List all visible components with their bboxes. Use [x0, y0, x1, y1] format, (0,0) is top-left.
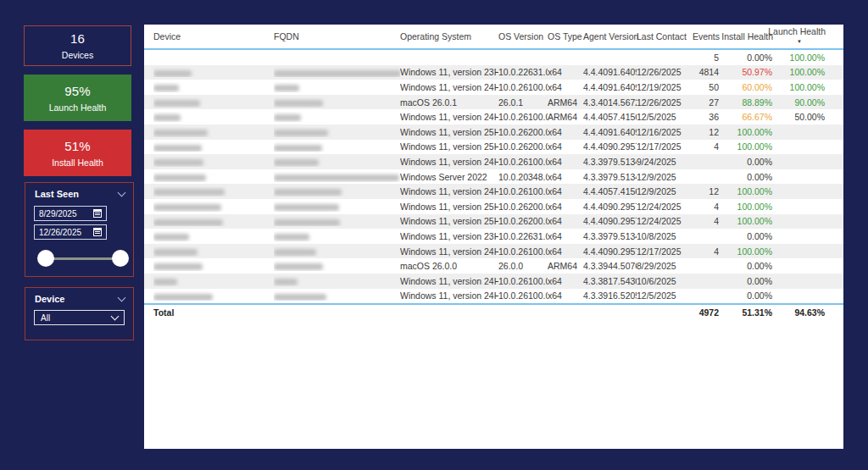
column-header-os-type[interactable]: OS Type: [548, 31, 583, 41]
redacted-text: [153, 279, 177, 285]
redacted-text: [153, 204, 221, 211]
column-header-device[interactable]: Device: [153, 31, 274, 41]
redacted-text: [274, 189, 342, 196]
chevron-down-icon: [111, 312, 120, 321]
table-row[interactable]: Windows 11, version 24H210.0.26100.0x644…: [144, 289, 843, 304]
operating-system-cell: Windows 11, version 23H2: [400, 67, 498, 77]
redacted-text: [274, 114, 301, 121]
last-contact-cell: 12/26/2025: [637, 67, 687, 77]
agent-version-cell: 4.3.3979.5134: [583, 231, 637, 241]
device-dropdown[interactable]: All: [34, 310, 125, 325]
devices-kpi-card[interactable]: 16 Devices: [24, 25, 131, 66]
redacted-text: [153, 263, 203, 270]
end-date-input[interactable]: 12/26/2025: [34, 224, 107, 240]
last-contact-cell: 10/6/2025: [637, 276, 687, 286]
redacted-text: [153, 174, 206, 181]
device-cell: [153, 290, 274, 301]
table-row[interactable]: Windows 11, version 24H210.0.26100.0ARM6…: [144, 109, 843, 124]
column-header-last-contact[interactable]: Last Contact: [637, 31, 687, 41]
os-version-cell: 10.0.20348.0: [498, 172, 548, 182]
events-cell: 27: [687, 97, 720, 108]
install-health-cell: 50.97%: [720, 67, 773, 77]
agent-version-cell: 4.4.4057.4156: [583, 186, 637, 196]
column-header-operating-system[interactable]: Operating System: [400, 31, 498, 41]
install-health-cell: 100.00%: [720, 246, 773, 257]
sort-descending-icon: ▼: [797, 37, 802, 47]
table-row[interactable]: macOS 26.0.026.0.0ARM644.3.3944.50768/29…: [144, 258, 843, 274]
last-contact-cell: 12/9/2025: [637, 172, 687, 182]
install-health-cell: 0.00%: [720, 231, 773, 241]
table-row[interactable]: Windows 11, version 23H210.0.22631.0x644…: [144, 65, 843, 80]
table-row[interactable]: Windows 11, version 24H210.0.26100.0x644…: [144, 244, 843, 259]
table-row[interactable]: Windows 11, version 25H210.0.26200.0x644…: [144, 140, 843, 155]
fqdn-cell: [274, 112, 400, 122]
devices-label: Devices: [62, 50, 93, 60]
table-row[interactable]: Windows Server 202210.0.20348.0x644.3.39…: [144, 169, 843, 185]
agent-version-cell: 4.3.3817.5430: [583, 276, 637, 286]
table-row[interactable]: Windows 11, version 25H210.0.26200.0x644…: [144, 214, 843, 229]
operating-system-cell: Windows 11, version 24H2: [400, 157, 498, 167]
table-row[interactable]: Windows 11, version 23H210.0.22631.0x644…: [144, 229, 843, 244]
device-cell: [153, 172, 274, 182]
table-row[interactable]: Windows 11, version 25H210.0.26200.0x644…: [144, 199, 843, 214]
operating-system-cell: Windows 11, version 25H2: [400, 202, 498, 212]
launch-health-label: Launch Health: [49, 102, 107, 113]
last-contact-cell: 12/5/2025: [637, 112, 687, 122]
redacted-text: [274, 159, 319, 166]
start-date-input[interactable]: 8/29/2025: [34, 206, 107, 221]
operating-system-cell: Windows 11, version 25H2: [400, 216, 498, 226]
table-row[interactable]: 50.00%100.00%: [144, 50, 843, 65]
redacted-text: [274, 204, 339, 211]
column-header-launch-health[interactable]: Launch Health▼: [773, 27, 826, 47]
table-row[interactable]: Windows 11, version 24H210.0.26100.0x644…: [144, 154, 843, 169]
events-cell: 4: [687, 246, 720, 257]
table-rows: 50.00%100.00%Windows 11, version 23H210.…: [144, 50, 843, 303]
fqdn-cell: [274, 276, 400, 286]
os-version-cell: 10.0.26200.0: [498, 216, 548, 226]
table-row[interactable]: macOS 26.0.126.0.1ARM644.3.4014.567212/2…: [144, 95, 843, 110]
events-cell: 4: [687, 216, 720, 226]
install-health-cell: 100.00%: [720, 127, 773, 137]
table-row[interactable]: Windows 11, version 24H210.0.26100.0x644…: [144, 80, 843, 95]
last-seen-slicer: Last Seen 8/29/2025 12/26/2025: [25, 182, 134, 277]
table-row[interactable]: Windows 11, version 24H210.0.26100.0x644…: [144, 274, 843, 289]
chevron-down-icon[interactable]: [118, 189, 126, 197]
device-dropdown-value: All: [41, 313, 50, 323]
column-header-fqdn[interactable]: FQDN: [274, 31, 400, 41]
last-contact-cell: 10/8/2025: [637, 231, 687, 241]
events-cell: 5: [687, 53, 720, 63]
redacted-text: [274, 174, 399, 181]
device-cell: [153, 216, 274, 226]
install-health-kpi-card[interactable]: 51% Install Health: [24, 130, 131, 176]
device-cell: [153, 202, 274, 212]
os-type-cell: x64: [548, 82, 583, 92]
calendar-icon[interactable]: [93, 209, 102, 218]
events-cell: 12: [687, 127, 720, 137]
fqdn-cell: [274, 216, 400, 226]
install-health-cell: 0.00%: [720, 157, 773, 167]
launch-health-kpi-card[interactable]: 95% Launch Health: [24, 75, 131, 121]
os-type-cell: x64: [548, 231, 583, 241]
column-header-events[interactable]: Events: [687, 31, 720, 41]
agent-version-cell: 4.4.4090.2957: [583, 246, 637, 257]
column-header-os-version[interactable]: OS Version: [498, 31, 548, 41]
table-row[interactable]: Windows 11, version 25H210.0.26200.0x644…: [144, 124, 843, 140]
column-header-agent-version[interactable]: Agent Version: [583, 31, 637, 41]
slider-handle-end[interactable]: [112, 250, 129, 267]
slider-track[interactable]: [46, 257, 120, 260]
slider-handle-start[interactable]: [37, 250, 54, 267]
calendar-icon[interactable]: [93, 228, 102, 236]
dashboard: 16 Devices 95% Launch Health 51% Install…: [0, 0, 868, 470]
launch-health-cell: 100.00%: [773, 67, 826, 77]
operating-system-cell: Windows 11, version 24H2: [400, 82, 498, 92]
table-row[interactable]: Windows 11, version 24H210.0.26100.0x644…: [144, 184, 843, 199]
column-header-install-health[interactable]: Install Health: [720, 31, 773, 41]
device-table: DeviceFQDNOperating SystemOS VersionOS T…: [144, 25, 843, 449]
install-health-cell: 100.00%: [720, 202, 773, 212]
redacted-text: [274, 219, 340, 226]
chevron-down-icon[interactable]: [118, 294, 126, 302]
redacted-text: [153, 85, 179, 91]
fqdn-cell: [274, 97, 400, 108]
os-version-cell: 10.0.26100.0: [498, 290, 548, 301]
fqdn-cell: [274, 157, 400, 167]
